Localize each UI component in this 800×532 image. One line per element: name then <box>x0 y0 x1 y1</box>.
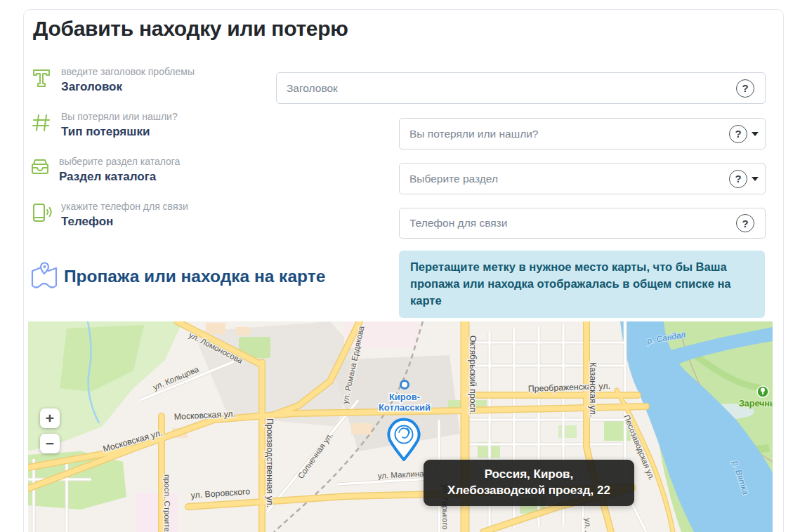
field-hint: Вы потеряли или нашли? <box>61 111 178 124</box>
map-container[interactable]: ул. Ломоносова ул. Кольцова Московская у… <box>28 321 773 532</box>
station-label: Котласский <box>379 402 431 413</box>
field-hint: выберите раздел каталога <box>59 156 180 168</box>
page-title: Добавить находку или потерю <box>33 17 348 41</box>
park-tree-icon <box>762 391 763 394</box>
phone-icon <box>31 202 52 223</box>
map-pin-icon <box>29 260 59 292</box>
map-canvas: ул. Ломоносова ул. Кольцова Московская у… <box>28 321 773 532</box>
phone-input-wrap: ? <box>399 208 766 239</box>
text-title-icon <box>31 67 52 88</box>
zoom-out-button[interactable]: − <box>40 434 60 453</box>
map-building <box>351 423 372 434</box>
station-label: Киров- <box>389 392 420 402</box>
caret-down-icon <box>752 132 759 136</box>
field-row-text: введите заголовок проблемы Заголовок <box>61 66 195 94</box>
help-icon[interactable]: ? <box>736 79 754 98</box>
field-row-text: выберите раздел каталога Раздел каталога <box>59 156 180 184</box>
map-building <box>236 327 250 335</box>
field-label: Заголовок <box>61 80 195 94</box>
map-notice: Перетащите метку в нужное место карты, ч… <box>399 251 765 318</box>
catalog-select[interactable] <box>400 173 729 185</box>
street-label: Октябрьский просп. <box>468 335 478 415</box>
map-building <box>206 323 225 334</box>
title-input-wrap: ? <box>276 72 766 104</box>
street-label: Казанская ул. <box>588 362 598 417</box>
hash-icon <box>31 112 52 133</box>
phone-input[interactable] <box>400 217 736 230</box>
park-label: Заречный <box>739 399 773 408</box>
field-hint: укажите телефон для связи <box>61 201 188 213</box>
field-label: Раздел каталога <box>59 170 180 184</box>
type-select[interactable] <box>400 128 729 140</box>
field-row-type: Вы потеряли или нашли? Тип потеряшки <box>31 111 178 139</box>
station-marker <box>401 381 409 389</box>
field-hint: введите заголовок проблемы <box>61 66 195 79</box>
caret-down-icon <box>752 177 759 181</box>
field-label: Тип потеряшки <box>61 125 178 139</box>
map-green-area <box>558 425 577 438</box>
field-row-catalog: выберите раздел каталога Раздел каталога <box>29 156 180 184</box>
field-row-text: Вы потеряли или нашли? Тип потеряшки <box>61 111 178 139</box>
address-tooltip: Россия, Киров, Хлебозаводской проезд, 22 <box>424 460 634 506</box>
street-label: просп. Строителей <box>163 474 171 532</box>
field-label: Телефон <box>61 215 188 229</box>
street-label: ул. Л <box>584 518 592 532</box>
catalog-select-wrap[interactable]: ? <box>399 163 766 194</box>
map-section-heading: Пропажа или находка на карте <box>64 267 325 286</box>
catalog-box-icon <box>29 157 50 178</box>
field-row-text: укажите телефон для связи Телефон <box>61 201 188 229</box>
zoom-in-button[interactable]: + <box>40 408 60 428</box>
type-select-wrap[interactable]: ? <box>399 118 766 149</box>
field-row-title: введите заголовок проблемы Заголовок <box>31 66 195 94</box>
field-row-phone: укажите телефон для связи Телефон <box>31 201 188 229</box>
help-icon[interactable]: ? <box>729 170 747 188</box>
title-input[interactable] <box>277 82 736 95</box>
help-icon[interactable]: ? <box>736 214 754 232</box>
help-icon[interactable]: ? <box>729 125 747 143</box>
street-label: Производственная ул. <box>265 418 275 507</box>
page: Добавить находку или потерю введите заго… <box>0 0 800 532</box>
